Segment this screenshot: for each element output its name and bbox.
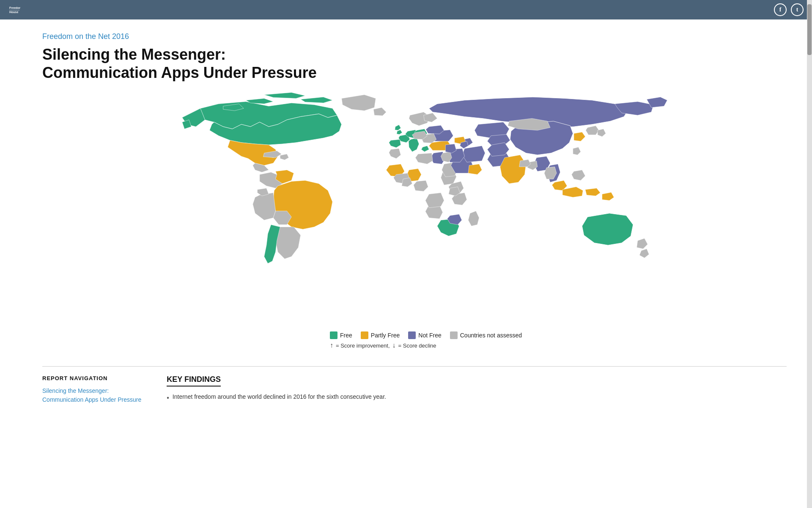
scrollbar-track[interactable] xyxy=(807,0,812,417)
main-content: Freedom on the Net 2016 Silencing the Me… xyxy=(0,19,812,358)
up-arrow-icon: ↑ xyxy=(330,342,333,349)
nav-title: REPORT NAVIGATION xyxy=(42,375,141,381)
report-subtitle: Freedom on the Net 2016 xyxy=(42,32,787,41)
report-title-line2: Communication Apps Under Pressure xyxy=(42,64,317,81)
svg-text:House: House xyxy=(9,11,19,14)
social-links: f t xyxy=(774,3,804,16)
legend-score-note: ↑ = Score improvement, ↓ = Score decline xyxy=(330,342,436,349)
bottom-section: REPORT NAVIGATION Silencing the Messenge… xyxy=(0,375,812,417)
not-assessed-label: Countries not assessed xyxy=(460,332,522,339)
svg-rect-0 xyxy=(8,4,20,16)
site-header: Freedom House f t xyxy=(0,0,812,19)
world-map xyxy=(161,90,668,327)
legend-row-1: Free Partly Free Not Free Countries not … xyxy=(330,331,668,339)
bullet-icon: • xyxy=(167,393,169,403)
not-free-label: Not Free xyxy=(418,332,441,339)
free-label: Free xyxy=(340,332,352,339)
findings-text-1: Internet freedom around the world declin… xyxy=(173,392,386,401)
facebook-button[interactable]: f xyxy=(774,3,787,16)
world-map-container: Free Partly Free Not Free Countries not … xyxy=(161,90,668,349)
report-title: Silencing the Messenger: Communication A… xyxy=(42,45,787,82)
nav-link-item[interactable]: Silencing the Messenger: Communication A… xyxy=(42,387,141,404)
findings-title: KEY FINDINGS xyxy=(167,375,221,387)
legend-free: Free xyxy=(330,331,352,339)
legend-partly-free: Partly Free xyxy=(361,331,400,339)
report-navigation: REPORT NAVIGATION Silencing the Messenge… xyxy=(42,375,141,404)
partly-free-color xyxy=(361,331,368,339)
section-divider xyxy=(42,366,787,367)
down-arrow-icon: ↓ xyxy=(392,342,396,349)
svg-text:Freedom: Freedom xyxy=(9,6,20,9)
twitter-button[interactable]: t xyxy=(791,3,804,16)
legend-not-assessed: Countries not assessed xyxy=(450,331,522,339)
legend-row-2: ↑ = Score improvement, ↓ = Score decline xyxy=(330,342,668,349)
map-legend: Free Partly Free Not Free Countries not … xyxy=(330,331,668,349)
scrollbar-thumb[interactable] xyxy=(807,4,812,55)
not-free-color xyxy=(408,331,416,339)
legend-not-free: Not Free xyxy=(408,331,441,339)
map-svg xyxy=(161,90,668,327)
partly-free-label: Partly Free xyxy=(371,332,400,339)
site-logo[interactable]: Freedom House xyxy=(8,4,20,16)
key-findings-section: KEY FINDINGS • Internet freedom around t… xyxy=(167,375,787,404)
freedom-house-logo-icon: Freedom House xyxy=(8,4,20,16)
report-title-line1: Silencing the Messenger: xyxy=(42,46,226,63)
findings-item-1: • Internet freedom around the world decl… xyxy=(167,392,787,403)
free-color xyxy=(330,331,337,339)
not-assessed-color xyxy=(450,331,458,339)
